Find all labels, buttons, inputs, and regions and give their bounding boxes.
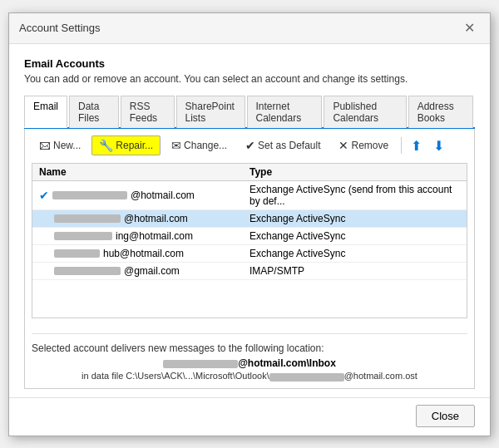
repair-label: Repair... [116, 140, 153, 151]
selected-account-section: Selected account delivers new messages t… [32, 333, 467, 381]
change-label: Change... [184, 140, 227, 151]
account-type-cell: Exchange ActiveSync (send from this acco… [250, 184, 460, 207]
tab-rss-feeds[interactable]: RSS Feeds [121, 96, 175, 128]
account-name-cell: hub@hotmail.com [39, 248, 250, 259]
dialog-close-button[interactable]: ✕ [459, 20, 480, 37]
tab-published-calendars[interactable]: Published Calendars [324, 96, 406, 128]
account-type-cell: Exchange ActiveSync [250, 248, 460, 259]
tab-content-email: 🖂 New... 🔧 Repair... ✉ Change... ✔ Set a… [24, 129, 475, 389]
move-up-button[interactable]: ⬆ [407, 135, 426, 156]
account-name-redacted [52, 191, 127, 199]
close-button[interactable]: Close [416, 405, 475, 427]
tab-email[interactable]: Email [24, 96, 67, 128]
account-name-redacted [54, 232, 112, 240]
change-button[interactable]: ✉ Change... [164, 135, 235, 155]
account-name-cell: ing@hotmail.com [39, 230, 250, 242]
new-label: New... [53, 140, 81, 151]
table-row[interactable]: ing@hotmail.com Exchange ActiveSync [32, 228, 467, 245]
selected-account-email: @hotmail.com\Inbox [32, 357, 467, 369]
path-redacted [269, 373, 344, 382]
account-email-suffix: @hotmail.com [131, 190, 195, 201]
remove-label: Remove [351, 140, 388, 151]
title-bar: Account Settings ✕ [9, 13, 490, 44]
account-name-redacted [54, 214, 121, 223]
account-name-cell: @hotmail.com [39, 213, 250, 224]
default-check-icon: ✔ [39, 189, 49, 202]
tab-data-files[interactable]: Data Files [69, 96, 119, 128]
table-row[interactable]: @gmail.com IMAP/SMTP [32, 263, 467, 280]
account-type-cell: IMAP/SMTP [250, 265, 460, 277]
table-header: Name Type [32, 164, 467, 181]
account-name-cell: @gmail.com [39, 265, 250, 277]
account-type-cell: Exchange ActiveSync [250, 213, 460, 224]
repair-button[interactable]: 🔧 Repair... [91, 135, 161, 155]
change-icon: ✉ [171, 139, 181, 152]
selected-account-label: Selected account delivers new messages t… [32, 342, 467, 354]
tab-sharepoint-lists[interactable]: SharePoint Lists [176, 96, 245, 128]
account-type-cell: Exchange ActiveSync [250, 230, 460, 242]
accounts-toolbar: 🖂 New... 🔧 Repair... ✉ Change... ✔ Set a… [32, 135, 467, 156]
remove-button[interactable]: ✕ Remove [331, 135, 396, 155]
tabs-bar: Email Data Files RSS Feeds SharePoint Li… [24, 95, 475, 129]
accounts-table: Name Type ✔ @hotmail.com Exchange Active… [32, 163, 467, 319]
set-default-button[interactable]: ✔ Set as Default [238, 135, 328, 155]
account-email-suffix: ing@hotmail.com [116, 230, 193, 242]
account-settings-dialog: Account Settings ✕ Email Accounts You ca… [8, 12, 491, 436]
account-name-redacted [54, 249, 100, 258]
dialog-footer: Close [9, 397, 490, 436]
tab-address-books[interactable]: Address Books [408, 96, 473, 128]
set-default-label: Set as Default [258, 140, 320, 151]
dialog-body: Email Accounts You can add or remove an … [9, 44, 490, 397]
table-row[interactable]: hub@hotmail.com Exchange ActiveSync [32, 245, 467, 263]
new-account-button[interactable]: 🖂 New... [32, 135, 88, 155]
toolbar-separator [401, 137, 402, 154]
selected-account-path: in data file C:\Users\ACK\...\Microsoft\… [32, 371, 467, 381]
set-default-icon: ✔ [245, 139, 255, 152]
account-email-suffix: @hotmail.com [124, 213, 188, 224]
selected-email-suffix: @hotmail.com\Inbox [238, 357, 336, 369]
account-email-suffix: @gmail.com [124, 265, 180, 277]
account-name-redacted [54, 267, 121, 275]
dialog-title: Account Settings [19, 22, 101, 34]
path-suffix: @hotmail.com.ost [344, 371, 417, 381]
selected-email-redacted [163, 360, 238, 368]
table-row[interactable]: @hotmail.com Exchange ActiveSync [32, 210, 467, 228]
account-email-suffix: hub@hotmail.com [103, 248, 184, 259]
repair-icon: 🔧 [99, 139, 113, 152]
col-type-header: Type [250, 166, 460, 178]
account-name-cell: ✔ @hotmail.com [39, 189, 250, 202]
section-description: You can add or remove an account. You ca… [24, 73, 475, 85]
new-icon: 🖂 [39, 139, 51, 152]
section-title: Email Accounts [24, 57, 475, 70]
move-down-button[interactable]: ⬇ [429, 135, 448, 156]
path-prefix: in data file C:\Users\ACK\...\Microsoft\… [82, 371, 269, 381]
tab-internet-calendars[interactable]: Internet Calendars [247, 96, 323, 128]
remove-icon: ✕ [338, 139, 348, 152]
col-name-header: Name [39, 166, 250, 178]
table-row[interactable]: ✔ @hotmail.com Exchange ActiveSync (send… [32, 181, 467, 210]
